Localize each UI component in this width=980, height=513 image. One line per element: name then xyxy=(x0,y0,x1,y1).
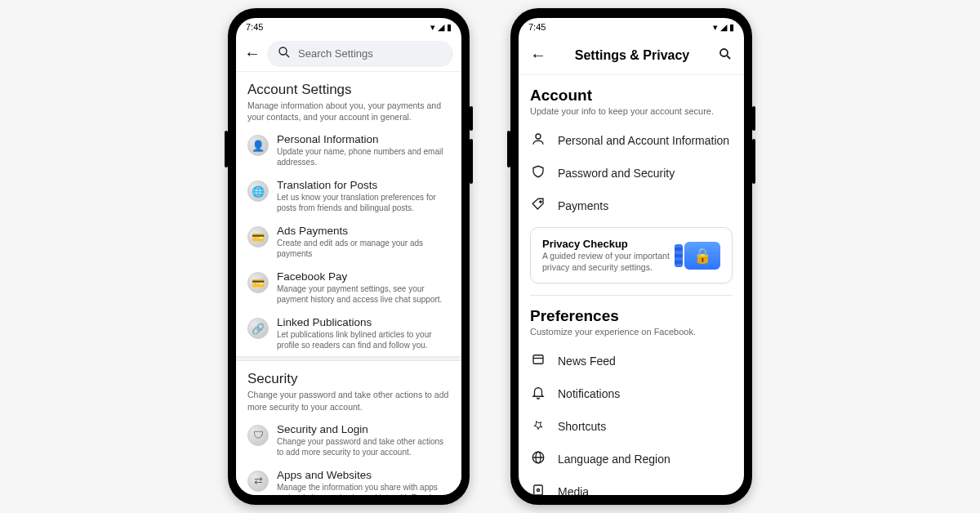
search-input[interactable]: Search Settings xyxy=(267,41,453,67)
top-bar: ← Search Settings xyxy=(236,36,461,72)
link-icon: 🔗 xyxy=(247,318,269,339)
settings-item-personal-account-info[interactable]: Personal and Account Information xyxy=(530,124,733,157)
settings-item-shortcuts[interactable]: Shortcuts xyxy=(530,410,733,443)
settings-item-ads-payments[interactable]: 💳Ads PaymentsCreate and edit ads or mana… xyxy=(236,219,461,265)
person-icon xyxy=(530,132,546,149)
status-icons: ▾ ◢ ▮ xyxy=(430,22,452,33)
settings-item-personal-info[interactable]: 👤Personal InformationUpdate your name, p… xyxy=(236,127,461,173)
status-icons: ▾ ◢ ▮ xyxy=(713,22,734,33)
svg-point-12 xyxy=(537,489,540,492)
back-icon[interactable]: ← xyxy=(244,44,261,63)
page-title: Settings & Privacy xyxy=(575,48,690,63)
card-subtitle: A guided review of your important privac… xyxy=(542,251,675,273)
pay-icon: 💳 xyxy=(247,272,269,293)
section-title: Account xyxy=(530,87,733,105)
status-bar: 7:45 ▾ ◢ ▮ xyxy=(236,18,461,36)
person-icon: 👤 xyxy=(247,135,269,156)
svg-rect-6 xyxy=(533,355,543,364)
settings-item-facebook-pay[interactable]: 💳Facebook PayManage your payment setting… xyxy=(236,265,461,310)
pin-icon xyxy=(530,417,546,435)
globe-icon: 🌐 xyxy=(247,181,269,202)
shield-icon xyxy=(530,164,546,182)
settings-item-payments[interactable]: Payments xyxy=(530,190,733,222)
top-bar: ← Settings & Privacy xyxy=(519,36,744,75)
svg-rect-11 xyxy=(534,485,543,495)
card-icon: 💳 xyxy=(247,226,269,248)
search-icon[interactable] xyxy=(718,47,733,65)
settings-item-media[interactable]: Media xyxy=(530,475,733,495)
settings-item-apps-websites[interactable]: ⇄Apps and WebsitesManage the information… xyxy=(236,463,461,495)
settings-item-security-login[interactable]: 🛡Security and LoginChange your password … xyxy=(236,417,461,463)
feed-icon xyxy=(530,352,546,370)
section-subtitle: Update your info to keep your account se… xyxy=(530,106,733,116)
back-icon[interactable]: ← xyxy=(530,46,546,65)
status-time: 7:45 xyxy=(528,22,546,32)
search-icon xyxy=(277,45,292,62)
swap-icon: ⇄ xyxy=(247,471,269,492)
settings-item-translation[interactable]: 🌐Translation for PostsLet us know your t… xyxy=(236,173,461,219)
svg-point-2 xyxy=(720,49,728,56)
section-title: Security xyxy=(247,371,450,387)
phone-right: 7:45 ▾ ◢ ▮ ← Settings & Privacy Account … xyxy=(510,8,752,505)
section-title: Account Settings xyxy=(247,82,450,98)
globe-icon xyxy=(530,450,546,468)
status-bar: 7:45 ▾ ◢ ▮ xyxy=(519,18,744,36)
settings-item-news-feed[interactable]: News Feed xyxy=(530,345,733,377)
settings-item-notifications[interactable]: Notifications xyxy=(530,377,733,410)
tag-icon xyxy=(530,197,546,215)
lock-icon: 🔒 xyxy=(684,242,720,270)
privacy-checkup-card[interactable]: Privacy Checkup A guided review of your … xyxy=(530,227,733,283)
svg-point-5 xyxy=(540,201,541,203)
svg-point-0 xyxy=(279,47,287,55)
media-icon xyxy=(530,483,546,495)
section-subtitle: Customize your experience on Facebook. xyxy=(530,327,733,337)
search-placeholder: Search Settings xyxy=(298,47,373,60)
shield-icon: 🛡 xyxy=(247,425,269,446)
svg-line-3 xyxy=(727,56,730,59)
settings-item-linked-publications[interactable]: 🔗Linked PublicationsLet publications lin… xyxy=(236,310,461,356)
phone-left: 7:45 ▾ ◢ ▮ ← Search Settings Account Set… xyxy=(228,8,470,505)
svg-point-4 xyxy=(536,134,541,139)
settings-list: Account Settings Manage information abou… xyxy=(236,72,461,495)
section-subtitle: Manage information about you, your payme… xyxy=(247,100,450,123)
status-time: 7:45 xyxy=(246,22,263,32)
settings-item-language-region[interactable]: Language and Region xyxy=(530,443,733,475)
card-title: Privacy Checkup xyxy=(542,238,675,250)
bell-icon xyxy=(530,385,546,403)
svg-line-1 xyxy=(286,54,289,57)
section-subtitle: Change your password and take other acti… xyxy=(247,389,450,412)
settings-item-password-security[interactable]: Password and Security xyxy=(530,157,733,190)
settings-list: Account Update your info to keep your ac… xyxy=(519,75,744,495)
section-title: Preferences xyxy=(530,307,733,325)
